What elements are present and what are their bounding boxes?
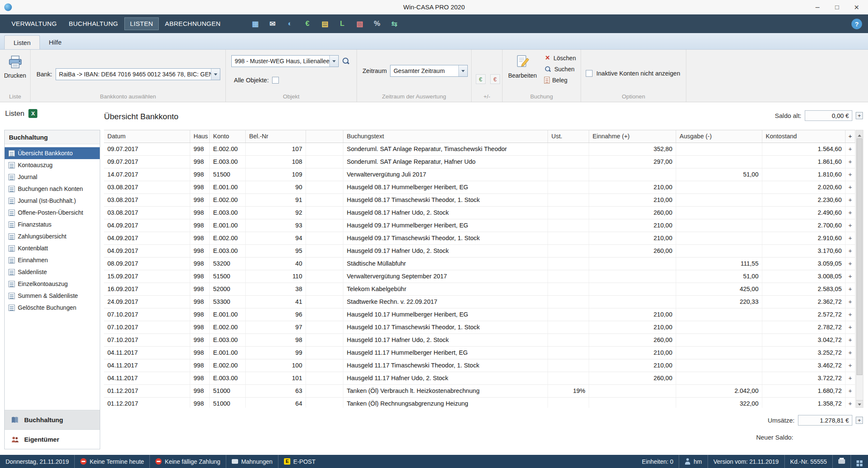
- sidebar-item-summen-saldenliste[interactable]: Summen & Saldenliste: [5, 290, 100, 302]
- table-row[interactable]: 04.11.2017998E.003.00101Hausgeld 11.17 H…: [104, 372, 855, 385]
- calc-icon[interactable]: %: [372, 19, 382, 29]
- table-row[interactable]: 03.08.2017998E.002.0091Hausgeld 08.17 Ti…: [104, 194, 855, 207]
- row-add-button[interactable]: +: [846, 207, 855, 219]
- scroll-down-icon[interactable]: [856, 400, 863, 407]
- table-row[interactable]: 07.10.2017998E.001.0096Hausgeld 10.17 Hu…: [104, 308, 855, 321]
- maximize-icon[interactable]: [827, 0, 847, 14]
- sidebar-item-kontenblatt[interactable]: Kontenblatt: [5, 242, 100, 254]
- table-row[interactable]: 03.08.2017998E.001.0090Hausgeld 08.17 Hu…: [104, 181, 855, 194]
- sidebar-item-übersicht-bankkonto[interactable]: Übersicht Bankkonto: [5, 147, 100, 159]
- umsaetze-field[interactable]: 1.278,81 €: [798, 415, 852, 426]
- row-add-button[interactable]: +: [846, 372, 855, 384]
- sidebar-item-gelöschte-buchungen[interactable]: Gelöschte Buchungen: [5, 302, 100, 314]
- beleg-button[interactable]: Beleg: [544, 77, 576, 84]
- sidebar-item-einnahmen[interactable]: Einnahmen: [5, 254, 100, 266]
- column-header-bel-nr[interactable]: Bel.-Nr: [246, 130, 306, 143]
- scroll-up-icon[interactable]: [856, 130, 863, 137]
- sidebar-item-einzelkontoauszug[interactable]: Einzelkontoauszug: [5, 278, 100, 290]
- row-add-button[interactable]: +: [846, 143, 855, 155]
- sidebar-item-zahlungsübersicht[interactable]: Zahlungsübersicht: [5, 230, 100, 242]
- table-row[interactable]: 09.07.2017998E.002.00107Sonderuml. SAT A…: [104, 143, 855, 156]
- row-add-button[interactable]: +: [846, 258, 855, 270]
- row-add-button[interactable]: +: [846, 283, 855, 295]
- row-add-button[interactable]: +: [846, 296, 855, 308]
- bank-select[interactable]: RaiBa -> IBAN: DE64 7016 9465 0012 3456 …: [56, 68, 220, 80]
- saldo-alt-add-button[interactable]: [856, 112, 863, 119]
- einnahme-add-icon[interactable]: [476, 74, 486, 84]
- scrollbar-thumb[interactable]: [857, 138, 862, 375]
- transfer-icon[interactable]: ⇆: [389, 19, 400, 29]
- row-add-button[interactable]: +: [846, 270, 855, 283]
- column-header-datum[interactable]: Datum: [104, 130, 190, 143]
- tab-hilfe[interactable]: Hilfe: [40, 35, 70, 49]
- row-add-button[interactable]: +: [846, 156, 855, 168]
- loeschen-button[interactable]: Löschen: [544, 55, 576, 62]
- row-add-button[interactable]: +: [846, 232, 855, 244]
- table-row[interactable]: 14.07.201799851500109Verwaltervergütung …: [104, 168, 855, 181]
- column-header-haus[interactable]: Haus: [190, 130, 210, 143]
- menu-abrechnungen[interactable]: ABRECHNUNGEN: [160, 17, 226, 30]
- table-row[interactable]: 09.07.2017998E.003.00108Sonderuml. SAT A…: [104, 156, 855, 168]
- euro-icon[interactable]: €: [302, 19, 313, 29]
- table-row[interactable]: 16.09.20179985200038Telekom Kabelgebühr4…: [104, 283, 855, 296]
- table-row[interactable]: 01.12.20179985100063Tanken (Öl) Verbrauc…: [104, 385, 855, 398]
- list-icon[interactable]: ▤: [320, 19, 330, 29]
- row-add-button[interactable]: +: [846, 245, 855, 257]
- row-add-button[interactable]: +: [846, 219, 855, 232]
- row-add-button[interactable]: +: [846, 334, 855, 346]
- excel-export-icon[interactable]: [28, 109, 37, 118]
- inaktive-konten-checkbox[interactable]: [586, 70, 593, 77]
- column-header-konto[interactable]: Konto: [210, 130, 246, 143]
- column-header-kontostand[interactable]: Kontostand: [762, 130, 846, 143]
- nav-eigentuemer-button[interactable]: Eigentümer: [5, 429, 100, 449]
- sidebar-item-offene-posten-übersicht[interactable]: Offene-Posten-Übersicht: [5, 207, 100, 219]
- saldo-alt-field[interactable]: 0,00 €: [805, 110, 852, 121]
- umsaetze-add-button[interactable]: [856, 417, 863, 424]
- table-row[interactable]: 07.10.2017998E.002.0097Hausgeld 10.17 Ti…: [104, 321, 855, 334]
- row-add-button[interactable]: +: [846, 347, 855, 359]
- sidebar-item-buchungen-nach-konten[interactable]: Buchungen nach Konten: [5, 183, 100, 195]
- sidebar-item-saldenliste[interactable]: Saldenliste: [5, 266, 100, 278]
- search-icon[interactable]: [342, 57, 350, 65]
- tab-listen[interactable]: Listen: [4, 35, 40, 49]
- table-row[interactable]: 04.09.2017998E.001.0093Hausgeld 09.17 Hu…: [104, 219, 855, 232]
- row-add-button[interactable]: +: [846, 181, 855, 193]
- vertical-scrollbar[interactable]: [856, 130, 863, 408]
- table-row[interactable]: 24.09.20179985330041Stadtwerke Rechn. v.…: [104, 296, 855, 308]
- drucken-button[interactable]: Drucken: [0, 50, 30, 79]
- menu-listen[interactable]: LISTEN: [124, 17, 158, 30]
- mail-icon[interactable]: ✉: [267, 19, 278, 29]
- globe-icon[interactable]: ◐: [285, 19, 295, 29]
- status-grid[interactable]: [851, 455, 868, 468]
- column-header-ust-[interactable]: Ust.: [548, 130, 589, 143]
- table-row[interactable]: 04.09.2017998E.003.0095Hausgeld 09.17 Ha…: [104, 245, 855, 258]
- status-mahnungen[interactable]: Mahnungen: [226, 455, 278, 468]
- sidebar-item-finanzstatus[interactable]: Finanzstatus: [5, 219, 100, 230]
- book-icon[interactable]: ▧: [354, 19, 365, 29]
- status-printer[interactable]: [832, 455, 851, 468]
- row-add-button[interactable]: +: [846, 385, 855, 397]
- table-row[interactable]: 03.08.2017998E.003.0092Hausgeld 08.17 Ha…: [104, 207, 855, 219]
- chevron-down-icon[interactable]: [458, 65, 467, 76]
- chevron-down-icon[interactable]: [211, 69, 220, 80]
- minimize-icon[interactable]: [808, 0, 827, 14]
- table-row[interactable]: 01.12.20179985100064Tanken (Öl) Rechnung…: [104, 398, 855, 408]
- row-add-button[interactable]: +: [846, 194, 855, 206]
- sidebar-item-kontoauszug[interactable]: Kontoauszug: [5, 159, 100, 171]
- column-header-buchungstext[interactable]: Buchungstext: [343, 130, 548, 143]
- column-header-flag[interactable]: [306, 130, 343, 143]
- row-add-button[interactable]: +: [846, 359, 855, 372]
- objekt-select[interactable]: 998 - Muster-WEG Haus, Lilienallee: [231, 55, 339, 67]
- sidebar-item-journal[interactable]: Journal: [5, 171, 100, 183]
- status-epost[interactable]: E-POST: [278, 455, 321, 468]
- chevron-down-icon[interactable]: [329, 56, 338, 67]
- menu-verwaltung[interactable]: VERWALTUNG: [6, 17, 62, 30]
- table-row[interactable]: 04.09.2017998E.002.0094Hausgeld 09.17 Ti…: [104, 232, 855, 245]
- suchen-button[interactable]: Suchen: [544, 65, 576, 73]
- table-row[interactable]: 15.09.201799851500110Verwaltervergütung …: [104, 270, 855, 283]
- column-header-einnahme-[interactable]: Einnahme (+): [589, 130, 676, 143]
- nav-buchhaltung-button[interactable]: Buchhaltung: [5, 410, 100, 429]
- menu-buchhaltung[interactable]: BUCHHALTUNG: [63, 17, 124, 30]
- alle-objekte-checkbox[interactable]: [272, 77, 279, 84]
- column-header-add[interactable]: +: [846, 130, 855, 143]
